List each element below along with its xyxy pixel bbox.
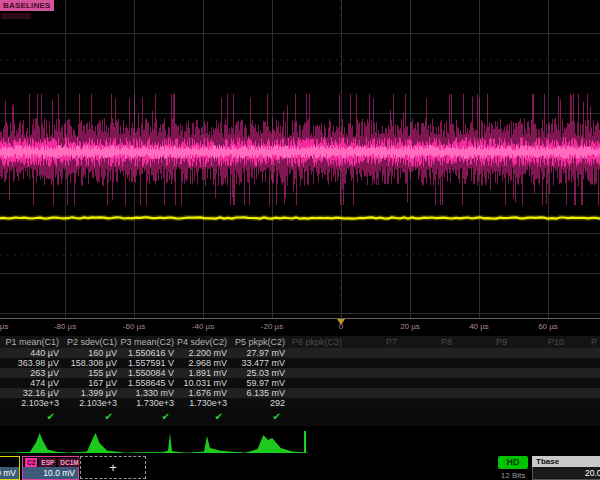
table-row: 2.103e+32.103e+31.730e+31.730e+3292 [0, 398, 600, 408]
status-check-icon: ✔ [120, 411, 177, 423]
timebase-title: Tbase [532, 456, 600, 467]
table-cell: 1.550616 V [120, 348, 177, 358]
time-axis-label: -60 µs [123, 322, 145, 331]
hd-bits-label: 12 Bits [494, 471, 532, 480]
table-cell: 1.558645 V [120, 378, 177, 388]
table-cell: 2.200 mV [177, 348, 230, 358]
channel-c2-descriptor[interactable]: C2 ESP DC1M 10.0 mV [22, 456, 79, 480]
measurement-table-header: P1 mean(C1)P2 sdev(C1)P3 mean(C2)P4 sdev… [0, 336, 600, 348]
table-cell: 1.550084 V [120, 368, 177, 378]
table-cell: 1.676 mV [177, 388, 230, 398]
time-axis-label: 40 µs [469, 322, 489, 331]
channel-c1-descriptor[interactable]: C1 DC1M 10.0 mV [0, 456, 20, 480]
histicon-5 [246, 431, 304, 453]
time-axis-label: 60 µs [538, 322, 558, 331]
time-axis-label: -20 µs [261, 322, 283, 331]
param-header-9[interactable]: P9 [455, 337, 510, 347]
oscilloscope-screen: BASELINES -100 µs-80 µs-60 µs-40 µs-20 µ… [0, 0, 600, 480]
table-cell: 1.330 mV [120, 388, 177, 398]
table-cell: 155 µV [62, 368, 120, 378]
c2-label-badge: C2 [25, 458, 37, 467]
table-cell: 474 µV [0, 378, 62, 388]
waveform-display [0, 0, 600, 318]
table-cell: 33.477 mV [230, 358, 288, 368]
table-row: 263 µV155 µV1.550084 V1.891 mV25.03 mV [0, 368, 600, 378]
param-header-3[interactable]: P3 mean(C2) [120, 337, 177, 347]
trace-label-secondary [1, 13, 31, 19]
table-cell: 363.98 µV [0, 358, 62, 368]
table-row: 440 µV160 µV1.550616 V2.200 mV27.97 mV [0, 348, 600, 358]
time-axis-label: -40 µs [192, 322, 214, 331]
status-check-icon: ✔ [230, 411, 288, 423]
table-cell: 1.399 µV [62, 388, 120, 398]
table-cell: 32.16 µV [0, 388, 62, 398]
table-row: 474 µV167 µV1.558645 V10.031 mV59.97 mV [0, 378, 600, 388]
table-cell: 27.97 mV [230, 348, 288, 358]
time-axis-label: 20 µs [400, 322, 420, 331]
measurement-status-row: ✔✔✔✔✔ [0, 408, 600, 426]
histicon-strip [0, 426, 600, 456]
param-header-2[interactable]: P2 sdev(C1) [62, 337, 120, 347]
measurement-table: P1 mean(C1)P2 sdev(C1)P3 mean(C2)P4 sdev… [0, 336, 600, 426]
table-cell: 1.557591 V [120, 358, 177, 368]
table-cell: 2.103e+3 [62, 398, 120, 408]
param-header-1[interactable]: P1 mean(C1) [0, 337, 62, 347]
table-cell: 167 µV [62, 378, 120, 388]
table-cell: 292 [230, 398, 288, 408]
table-cell: 440 µV [0, 348, 62, 358]
table-cell: 1.730e+3 [177, 398, 230, 408]
channel-bar: C1 DC1M 10.0 mV C2 ESP DC1M 10.0 mV + HD… [0, 456, 600, 480]
table-cell: 1.891 mV [177, 368, 230, 378]
table-cell: 2.103e+3 [0, 398, 62, 408]
waveform-grid: BASELINES [0, 0, 600, 318]
histicon-1 [18, 431, 66, 453]
c1-scale-value: 10.0 mV [0, 467, 19, 479]
param-header-7[interactable]: P7 [345, 337, 400, 347]
param-header-5[interactable]: P5 pkpk(C2) [230, 337, 288, 347]
trace-label: BASELINES [0, 0, 54, 11]
histicon-marker [304, 431, 306, 453]
param-header-6[interactable]: P6 pkpk(C3) [288, 337, 345, 347]
time-axis-label: 0 [339, 322, 343, 331]
param-header-8[interactable]: P8 [400, 337, 455, 347]
table-cell: 263 µV [0, 368, 62, 378]
hd-mode-badge[interactable]: HD [498, 456, 528, 469]
time-axis: -100 µs-80 µs-60 µs-40 µs-20 µs020 µs40 … [0, 318, 600, 337]
table-cell: 25.03 mV [230, 368, 288, 378]
table-cell: 6.135 mV [230, 388, 288, 398]
table-cell: 59.97 mV [230, 378, 288, 388]
add-trace-button[interactable]: + [80, 456, 146, 479]
table-row: 363.98 µV158.308 µV1.557591 V2.968 mV33.… [0, 358, 600, 368]
histicon-3 [132, 431, 182, 453]
timebase-value: 20.0 µs [532, 467, 600, 480]
c2-coupling-badge: DC1M [58, 458, 80, 467]
table-cell: 158.308 µV [62, 358, 120, 368]
histicon-4 [192, 431, 242, 453]
histicon-2 [72, 431, 122, 453]
c2-scale-value: 10.0 mV [23, 467, 78, 479]
measurement-table-body: 440 µV160 µV1.550616 V2.200 mV27.97 mV36… [0, 348, 600, 408]
param-header-11[interactable]: P [567, 337, 600, 347]
table-cell: 160 µV [62, 348, 120, 358]
status-check-icon: ✔ [0, 411, 62, 423]
status-check-icon: ✔ [177, 411, 230, 423]
timebase-descriptor[interactable]: Tbase 20.0 µs [532, 456, 600, 480]
table-cell: 1.730e+3 [120, 398, 177, 408]
table-cell: 2.968 mV [177, 358, 230, 368]
param-header-10[interactable]: P10 [510, 337, 567, 347]
time-axis-label: -100 µs [0, 322, 8, 331]
table-cell: 10.031 mV [177, 378, 230, 388]
status-check-icon: ✔ [62, 411, 120, 423]
table-row: 32.16 µV1.399 µV1.330 mV1.676 mV6.135 mV [0, 388, 600, 398]
c2-esp-badge: ESP [39, 458, 56, 467]
param-header-4[interactable]: P4 sdev(C2) [177, 337, 230, 347]
time-axis-label: -80 µs [54, 322, 76, 331]
